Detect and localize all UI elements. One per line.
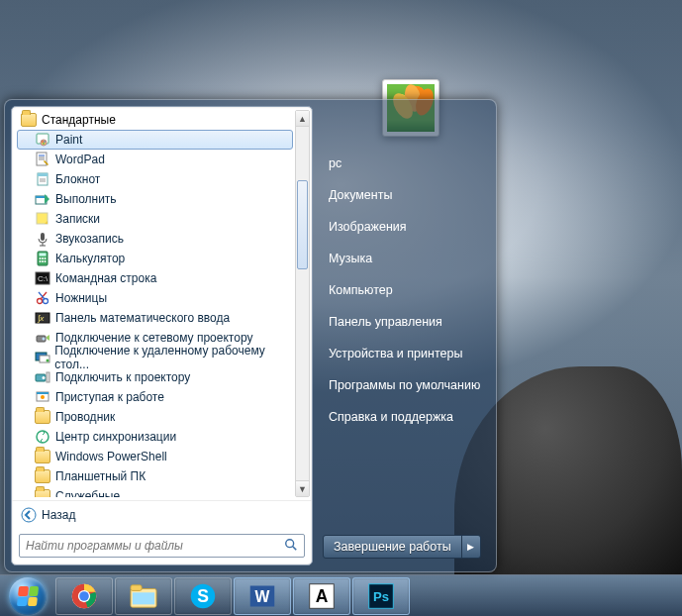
svg-text:Ps: Ps bbox=[373, 589, 389, 604]
right-panel-item-4[interactable]: Компьютер bbox=[325, 274, 484, 306]
program-label: Планшетный ПК bbox=[55, 469, 146, 483]
sound-recorder-icon bbox=[34, 230, 51, 248]
svg-point-30 bbox=[44, 299, 49, 304]
start-button[interactable] bbox=[2, 576, 53, 616]
sync-center-icon bbox=[34, 428, 51, 446]
program-item-планшетный-пк[interactable]: Планшетный ПК bbox=[17, 466, 293, 486]
program-item-центр-синхронизации[interactable]: Центр синхронизации bbox=[17, 427, 293, 447]
program-item-wordpad[interactable]: WordPad bbox=[17, 150, 293, 169]
start-menu: СтандартныеPaintWordPadБлокнотВыполнитьЗ… bbox=[4, 99, 497, 572]
program-item-калькулятор[interactable]: Калькулятор bbox=[17, 249, 293, 268]
shutdown-label: Завершение работы bbox=[334, 540, 451, 554]
scroll-thumb[interactable] bbox=[297, 180, 308, 269]
program-item-командная-строка[interactable]: C:\Командная строка bbox=[17, 268, 293, 288]
folder-label: Стандартные bbox=[42, 113, 116, 127]
shutdown-row: Завершение работы ▶ bbox=[323, 535, 481, 559]
svg-rect-42 bbox=[47, 372, 49, 382]
scroll-down-arrow[interactable]: ▼ bbox=[296, 480, 309, 496]
program-item-блокнот[interactable]: Блокнот bbox=[17, 169, 293, 189]
program-label: Служебные bbox=[55, 489, 120, 497]
right-panel-item-8[interactable]: Справка и поддержка bbox=[325, 401, 484, 433]
svg-text:C:\: C:\ bbox=[38, 274, 49, 283]
program-item-записки[interactable]: Записки bbox=[17, 209, 293, 229]
taskbar: SWAPs bbox=[0, 574, 682, 616]
right-panel-label: Устройства и принтеры bbox=[329, 347, 462, 360]
taskbar-item-chrome[interactable] bbox=[55, 577, 113, 615]
program-item-звукозапись[interactable]: Звукозапись bbox=[17, 229, 293, 249]
program-label: Командная строка bbox=[55, 271, 156, 285]
svg-point-25 bbox=[42, 260, 44, 262]
svg-rect-20 bbox=[40, 254, 47, 257]
math-input-icon: ∫x bbox=[34, 309, 51, 327]
program-label: Подключение к удаленному рабочему стол..… bbox=[54, 344, 292, 371]
program-item-подключение-к-удаленному-рабочему-стол-[interactable]: Подключение к удаленному рабочему стол..… bbox=[17, 348, 293, 367]
program-item-панель-математического-ввода[interactable]: ∫xПанель математического ввода bbox=[17, 308, 293, 328]
program-label: Windows PowerShell bbox=[55, 450, 167, 463]
program-item-проводник[interactable]: Проводник bbox=[17, 407, 293, 427]
program-label: Проводник bbox=[55, 410, 115, 424]
program-item-выполнить[interactable]: Выполнить bbox=[17, 189, 293, 209]
windows-logo-icon bbox=[9, 577, 47, 615]
right-panel-item-0[interactable]: pc bbox=[325, 148, 484, 179]
taskbar-item-photoshop[interactable]: Ps bbox=[352, 577, 410, 615]
right-panel-item-3[interactable]: Музыка bbox=[325, 243, 484, 274]
search-icon bbox=[284, 538, 298, 555]
program-item-windows-powershell[interactable]: Windows PowerShell bbox=[17, 447, 293, 466]
wordpad-icon bbox=[34, 151, 51, 168]
right-panel-label: Изображения bbox=[329, 220, 407, 234]
right-panel-label: Программы по умолчанию bbox=[329, 378, 480, 392]
svg-point-47 bbox=[22, 508, 36, 522]
explorer-icon bbox=[34, 408, 51, 426]
explorer-icon bbox=[129, 581, 158, 611]
taskbar-item-skype[interactable]: S bbox=[174, 577, 232, 615]
search-input[interactable] bbox=[26, 539, 284, 553]
back-arrow-icon bbox=[20, 506, 38, 524]
svg-point-21 bbox=[40, 257, 42, 259]
program-list-scrollbar[interactable]: ▲ ▼ bbox=[295, 110, 310, 497]
right-panel-item-7[interactable]: Программы по умолчанию bbox=[325, 369, 484, 401]
calculator-icon bbox=[34, 250, 51, 267]
program-label: Звукозапись bbox=[55, 232, 124, 246]
search-row bbox=[12, 528, 312, 565]
back-label: Назад bbox=[42, 508, 75, 522]
program-label: Ножницы bbox=[55, 291, 107, 305]
svg-point-24 bbox=[40, 260, 42, 262]
right-panel-item-5[interactable]: Панель управления bbox=[325, 306, 484, 338]
notepad-icon bbox=[34, 170, 51, 188]
svg-point-2 bbox=[42, 141, 44, 143]
right-panel-item-1[interactable]: Документы bbox=[325, 179, 484, 211]
program-list[interactable]: СтандартныеPaintWordPadБлокнотВыполнитьЗ… bbox=[12, 107, 312, 500]
program-folder-header[interactable]: Стандартные bbox=[17, 110, 293, 130]
search-box[interactable] bbox=[19, 534, 305, 558]
program-item-paint[interactable]: Paint bbox=[17, 130, 293, 150]
scroll-up-arrow[interactable]: ▲ bbox=[296, 111, 309, 127]
program-label: Панель математического ввода bbox=[55, 311, 230, 325]
program-item-приступая-к-работе[interactable]: Приступая к работе bbox=[17, 387, 293, 407]
network-projector-icon bbox=[34, 329, 51, 347]
right-panel-item-6[interactable]: Устройства и принтеры bbox=[325, 338, 484, 369]
photoshop-icon: Ps bbox=[366, 581, 396, 611]
svg-rect-10 bbox=[38, 173, 48, 176]
chrome-icon bbox=[69, 581, 99, 611]
svg-point-4 bbox=[43, 143, 45, 145]
program-item-ножницы[interactable]: Ножницы bbox=[17, 288, 293, 308]
snipping-tool-icon bbox=[34, 289, 51, 307]
svg-text:W: W bbox=[255, 588, 270, 605]
right-panel-label: Панель управления bbox=[329, 315, 442, 329]
program-label: Записки bbox=[55, 212, 100, 226]
taskbar-item-word[interactable]: W bbox=[234, 577, 291, 615]
program-item-служебные[interactable]: Служебные bbox=[17, 486, 293, 497]
svg-point-1 bbox=[41, 140, 47, 146]
taskbar-item-app-a[interactable]: A bbox=[293, 577, 350, 615]
right-panel-item-2[interactable]: Изображения bbox=[325, 211, 484, 243]
app-a-icon: A bbox=[307, 581, 337, 611]
folder-icon bbox=[34, 487, 51, 497]
svg-line-49 bbox=[293, 546, 297, 550]
shutdown-options-arrow[interactable]: ▶ bbox=[461, 535, 481, 559]
shutdown-button[interactable]: Завершение работы bbox=[323, 535, 462, 559]
projector-icon bbox=[34, 368, 51, 386]
program-label: Центр синхронизации bbox=[55, 430, 176, 444]
svg-point-46 bbox=[37, 431, 49, 443]
back-button[interactable]: Назад bbox=[12, 500, 312, 528]
taskbar-item-explorer[interactable] bbox=[115, 577, 172, 615]
